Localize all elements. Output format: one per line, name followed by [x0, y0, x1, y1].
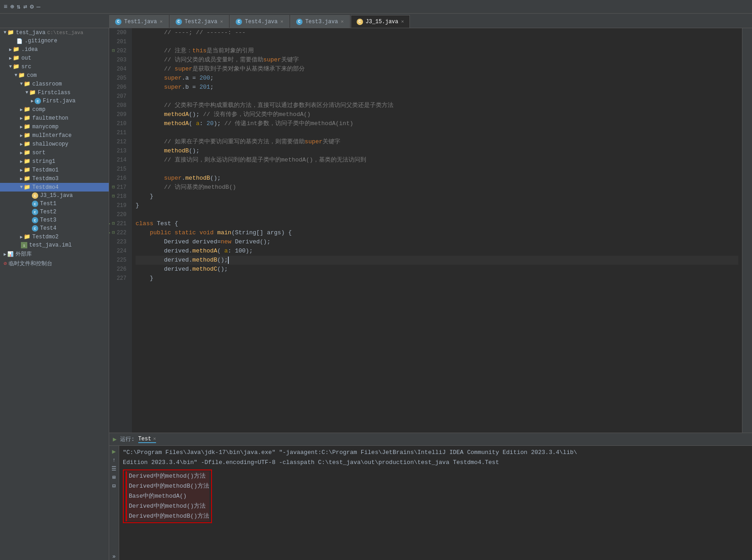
sidebar-mulinterface[interactable]: ▶ 📁 mulInterface — [0, 131, 109, 140]
sidebar-com[interactable]: ▼ 📁 com — [0, 71, 109, 80]
tab-test1[interactable]: C Test1.java × — [109, 15, 169, 28]
sidebar-test4-class[interactable]: C Test4 — [0, 224, 109, 232]
side-btn-list2[interactable]: ⊞ — [112, 474, 116, 481]
sidebar-testdmo4[interactable]: ▼ 📁 Testdmo4 — [0, 183, 109, 192]
sidebar-manycomp[interactable]: ▶ 📁 manycomp — [0, 122, 109, 131]
side-btn-list[interactable]: ☰ — [111, 465, 116, 472]
testdmo4-arrow: ▼ — [20, 185, 23, 190]
sidebar-string1[interactable]: ▶ 📁 string1 — [0, 157, 109, 166]
line-204: 204 — [109, 65, 129, 74]
sidebar-iml[interactable]: i test_java.iml — [0, 241, 109, 249]
bottom-tab-test[interactable]: Test × — [138, 436, 156, 443]
com-folder-icon: 📁 — [18, 72, 25, 79]
sidebar-test3-class[interactable]: C Test3 — [0, 216, 109, 224]
tab-test2-label: Test2.java — [185, 19, 217, 25]
sidebar-external-libs[interactable]: ▶ 📊 外部库 — [0, 249, 109, 259]
minimize-icon[interactable]: — — [36, 3, 40, 10]
console-cmd-2-text: Edition 2023.3.4\bin" -Dfile.encoding=UT… — [123, 459, 499, 466]
tab-j3-15-close[interactable]: × — [401, 19, 404, 25]
temp-files-icon: ⊘ — [4, 260, 7, 267]
line-221: ▶⊟221 — [109, 219, 129, 228]
faultmethon-label: faultmethon — [32, 115, 68, 121]
output-line-2-text: Derived中的methodB()方法 — [129, 483, 209, 489]
tabs-bar: C Test1.java × C Test2.java × C Test4.ja… — [0, 14, 752, 28]
sidebar-faultmethon[interactable]: ▶ 📁 faultmethon — [0, 114, 109, 122]
line-200: 200 — [109, 28, 129, 37]
tab-test4-icon: C — [236, 19, 242, 25]
idea-label: .idea — [21, 46, 38, 53]
testdmo1-label: Testdmo1 — [32, 167, 59, 173]
right-scrollbar[interactable] — [742, 28, 752, 433]
console-cmd-2: Edition 2023.3.4\bin" -Dfile.encoding=UT… — [123, 458, 748, 468]
run-play-icon[interactable]: ▶ — [113, 435, 116, 443]
sidebar-firstclass[interactable]: ▼ 📁 Firstclass — [0, 88, 109, 97]
sidebar-test1-class[interactable]: C Test1 — [0, 200, 109, 208]
tab-test1-close[interactable]: × — [160, 19, 163, 25]
gitignore-icon: 📄 — [16, 38, 23, 44]
left-right-icon[interactable]: ⇄ — [23, 3, 27, 10]
ext-libs-icon: 📊 — [7, 251, 14, 257]
sidebar-test2-class[interactable]: C Test2 — [0, 208, 109, 216]
menu-icon[interactable]: ≡ — [4, 3, 7, 10]
code-line-223: Derived derived=new Derived(); — [136, 237, 738, 247]
sidebar-src[interactable]: ▼ 📁 src — [0, 62, 109, 71]
sidebar-testdmo1[interactable]: ▶ 📁 Testdmo1 — [0, 166, 109, 174]
side-btn-dots[interactable]: » — [112, 554, 116, 560]
side-btn-filter[interactable]: ⊟ — [112, 483, 116, 489]
sidebar-out[interactable]: ▶ 📁 out — [0, 54, 109, 62]
line-217: ⊟217 — [109, 183, 129, 192]
settings-icon[interactable]: ⚙ — [30, 3, 34, 10]
sidebar-temp-files[interactable]: ⊘ 临时文件和控制台 — [0, 259, 109, 268]
out-folder-icon: 📁 — [13, 55, 20, 61]
code-line-225: derived.methodB(); — [136, 256, 738, 265]
bottom-tab-test-close[interactable]: × — [153, 436, 156, 442]
up-down-icon[interactable]: ⇅ — [17, 3, 20, 10]
testdmo1-folder-icon: 📁 — [24, 166, 30, 173]
main-area: ▼ 📁 test_java C:\test_java 📄 .gitignore … — [0, 28, 752, 560]
sidebar-j3-15-java[interactable]: C J3_15.java — [0, 192, 109, 200]
sort-label: sort — [32, 150, 45, 156]
run-icon-222[interactable]: ▶ — [109, 228, 110, 237]
sort-folder-icon: 📁 — [24, 149, 30, 156]
tab-test4-close[interactable]: × — [280, 19, 283, 25]
tab-test2[interactable]: C Test2.java × — [170, 15, 229, 28]
tab-test2-icon: C — [176, 19, 182, 25]
tab-test3[interactable]: C Test3.java × — [290, 15, 350, 28]
output-line-5: Derived中的methodB()方法 — [126, 511, 209, 521]
line-210: 210 — [109, 119, 129, 128]
sidebar-first-java[interactable]: ▶ C First.java — [0, 97, 109, 105]
code-line-203: // 访问父类的成员变量时，需要借助super关键字 — [136, 55, 738, 65]
sidebar-gitignore[interactable]: 📄 .gitignore — [0, 37, 109, 45]
side-btn-run[interactable]: ▶ — [112, 448, 116, 455]
run-icon-221[interactable]: ▶ — [109, 219, 110, 228]
console-area[interactable]: "C:\Program Files\Java\jdk-17\bin\java.e… — [119, 446, 752, 560]
code-content[interactable]: // ----; // ------: --- // 注意：this是当前对象的… — [132, 28, 742, 433]
sidebar-testdmo2[interactable]: ▶ 📁 Testdmo2 — [0, 232, 109, 241]
side-btn-up[interactable]: ↑ — [112, 457, 116, 464]
tab-test3-close[interactable]: × — [341, 19, 344, 25]
line-211: 211 — [109, 128, 129, 137]
sidebar-comp[interactable]: ▶ 📁 comp — [0, 105, 109, 114]
sidebar-sort[interactable]: ▶ 📁 sort — [0, 148, 109, 157]
code-line-210: methodA( a: 20); // 传递int参数，访问子类中的method… — [136, 119, 738, 128]
test2-class-icon: C — [32, 209, 38, 215]
sidebar-project-root[interactable]: ▼ 📁 test_java C:\test_java — [0, 28, 109, 37]
sidebar-testdmo3[interactable]: ▶ 📁 Testdmo3 — [0, 174, 109, 183]
faultmethon-folder-icon: 📁 — [24, 115, 30, 121]
tab-test4[interactable]: C Test4.java × — [230, 15, 289, 28]
gutter-icon-217: ⊟ — [112, 183, 115, 192]
top-bar-icons: ≡ ⊕ ⇅ ⇄ ⚙ — — [4, 3, 40, 10]
comp-label: comp — [32, 106, 45, 113]
tab-j3-15[interactable]: C J3_15.java × — [351, 15, 410, 28]
sidebar-classroom[interactable]: ▼ 📁 classroom — [0, 80, 109, 88]
tab-test2-close[interactable]: × — [220, 19, 223, 25]
sidebar-idea[interactable]: ▶ 📁 .idea — [0, 45, 109, 54]
code-line-211 — [136, 128, 738, 137]
nav-icon[interactable]: ⊕ — [10, 3, 14, 10]
src-arrow: ▼ — [9, 64, 12, 69]
string1-label: string1 — [32, 158, 55, 165]
sidebar-shallowcopy[interactable]: ▶ 📁 shallowcopy — [0, 140, 109, 148]
project-root-arrow: ▼ — [4, 30, 6, 35]
test3-class-label: Test3 — [40, 217, 56, 223]
output-line-1: Derived中的method()方法 — [126, 471, 209, 481]
